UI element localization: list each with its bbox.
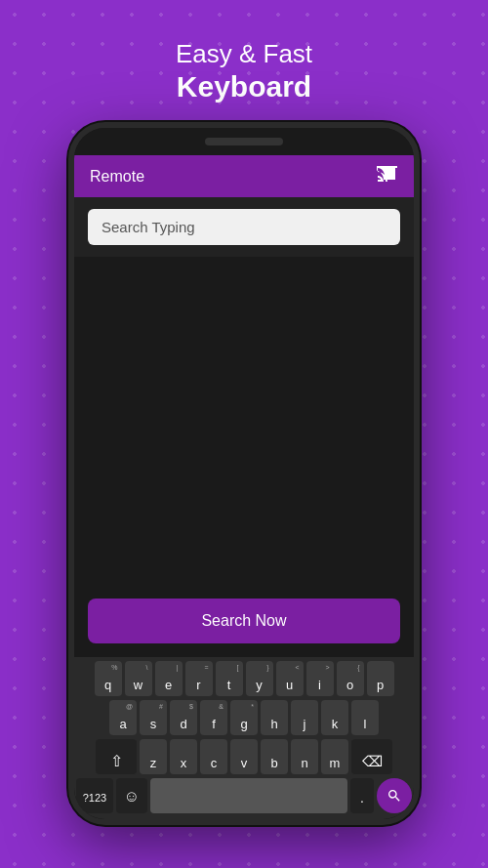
keyboard-row-2: @a #s $d &f *g h j k l: [76, 700, 412, 735]
content-area: [74, 257, 414, 599]
key-s[interactable]: #s: [140, 700, 167, 735]
keyboard-row-1: %q \w |e =r [t }y <u >i {o p: [76, 661, 412, 696]
header-line2: Keyboard: [176, 69, 312, 104]
key-i[interactable]: >i: [306, 661, 334, 696]
search-input-box[interactable]: Search Typing: [88, 209, 400, 245]
app-header: Easy & Fast Keyboard: [176, 39, 312, 104]
toolbar-title: Remote: [90, 168, 144, 186]
emoji-key[interactable]: ☺: [116, 778, 147, 813]
key-d[interactable]: $d: [170, 700, 197, 735]
key-a[interactable]: @a: [109, 700, 137, 735]
key-v[interactable]: v: [230, 739, 258, 774]
key-x[interactable]: x: [170, 739, 197, 774]
key-t[interactable]: [t: [216, 661, 243, 696]
notch-bar: [205, 138, 283, 145]
header-line1: Easy & Fast: [176, 39, 312, 69]
key-h[interactable]: h: [261, 700, 288, 735]
app-screen: Remote Search Typing Search Now %q \w: [74, 155, 414, 819]
keyboard-row-3: ⇧ z x c v b n m ⌫: [76, 739, 412, 774]
key-l[interactable]: l: [351, 700, 379, 735]
key-u[interactable]: <u: [276, 661, 304, 696]
key-j[interactable]: j: [291, 700, 318, 735]
keyboard-bottom-row: ?123 ☺ .: [76, 778, 412, 813]
key-g[interactable]: *g: [230, 700, 258, 735]
key-o[interactable]: {o: [337, 661, 364, 696]
space-key[interactable]: [150, 778, 347, 813]
key-f[interactable]: &f: [200, 700, 227, 735]
period-key[interactable]: .: [350, 778, 374, 813]
key-b[interactable]: b: [261, 739, 288, 774]
key-m[interactable]: m: [321, 739, 348, 774]
shift-key[interactable]: ⇧: [96, 739, 137, 774]
app-toolbar: Remote: [74, 155, 414, 197]
search-now-button[interactable]: Search Now: [88, 599, 400, 643]
backspace-key[interactable]: ⌫: [351, 739, 392, 774]
key-c[interactable]: c: [200, 739, 227, 774]
key-e[interactable]: |e: [155, 661, 183, 696]
num-key[interactable]: ?123: [76, 778, 113, 813]
key-z[interactable]: z: [140, 739, 167, 774]
cast-icon[interactable]: [377, 165, 398, 187]
key-n[interactable]: n: [291, 739, 318, 774]
phone-frame: Remote Search Typing Search Now %q \w: [68, 122, 420, 825]
search-area: Search Typing: [74, 197, 414, 257]
key-r[interactable]: =r: [185, 661, 213, 696]
key-q[interactable]: %q: [95, 661, 122, 696]
phone-notch: [74, 128, 414, 155]
search-input[interactable]: Search Typing: [102, 219, 386, 235]
key-p[interactable]: p: [367, 661, 394, 696]
keyboard: %q \w |e =r [t }y <u >i {o p @a #s $d &f…: [74, 657, 414, 819]
key-w[interactable]: \w: [125, 661, 152, 696]
search-key[interactable]: [377, 778, 412, 813]
key-k[interactable]: k: [321, 700, 348, 735]
key-y[interactable]: }y: [246, 661, 273, 696]
